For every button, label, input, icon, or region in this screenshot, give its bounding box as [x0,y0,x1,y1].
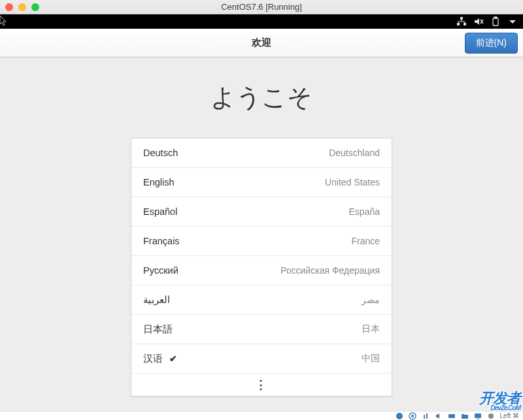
svg-rect-0 [460,17,463,20]
language-row[interactable]: DeutschDeutschland [131,138,392,168]
close-window-button[interactable] [5,3,13,11]
svg-rect-3 [493,18,498,25]
volume-muted-icon[interactable] [473,16,484,27]
svg-rect-10 [477,419,479,419]
vm-guest-topbar [0,14,523,29]
language-name: 日本語 [143,323,173,336]
shared-folder-icon[interactable] [461,412,469,420]
language-region: 中国 [362,353,380,364]
language-name: English [143,177,175,187]
recording-icon[interactable] [487,412,495,420]
language-row[interactable]: EnglishUnited States [131,168,392,197]
svg-rect-8 [448,414,455,418]
initial-setup-content: ようこそ DeutschDeutschlandEnglishUnited Sta… [0,57,523,410]
language-region: España [349,206,380,217]
language-region: France [351,236,380,246]
vm-status-bar: Left ⌘ [0,411,523,420]
display-icon[interactable] [474,412,482,420]
language-region: 日本 [362,323,380,335]
language-name: Français [143,236,180,246]
language-region: Российская Федерация [280,265,380,276]
chevron-down-icon[interactable] [507,16,518,27]
language-list: DeutschDeutschlandEnglishUnited StatesEs… [131,138,392,396]
svg-point-5 [396,413,403,419]
svg-rect-2 [464,23,466,25]
welcome-heading: ようこそ [211,81,312,114]
language-row[interactable]: FrançaisFrance [131,227,392,256]
language-name: العربية [143,295,170,305]
language-row[interactable]: РусскийРоссийская Федерация [131,256,392,285]
svg-point-7 [411,415,413,417]
window-controls [5,3,39,11]
check-icon: ✔ [169,353,177,364]
svg-point-6 [409,413,416,419]
minimize-window-button[interactable] [18,3,26,11]
language-name: Español [143,206,177,217]
language-row[interactable]: 汉语✔中国 [131,344,392,374]
hard-disk-icon[interactable] [396,412,403,420]
svg-rect-9 [475,413,481,418]
language-name: Русский [143,265,178,276]
battery-icon[interactable] [490,16,501,27]
host-key-label: Left ⌘ [500,412,519,419]
header-title: 欢迎 [0,37,523,49]
language-name: 汉语 [143,353,163,365]
language-name: Deutsch [143,148,178,158]
language-region: مصر [362,295,380,305]
language-region: Deutschland [329,148,380,158]
more-languages-button[interactable]: ⋮ [131,374,392,396]
svg-rect-1 [457,23,460,25]
language-region: United States [325,177,380,187]
svg-point-11 [488,413,494,419]
audio-icon[interactable] [435,412,443,420]
optical-disk-icon[interactable] [409,412,416,420]
language-row[interactable]: العربيةمصر [131,285,392,315]
language-row[interactable]: 日本語日本 [131,315,392,344]
network-adapter-icon[interactable] [448,412,456,420]
window-title: CentOS7.6 [Running] [0,2,523,12]
language-row[interactable]: EspañolEspaña [131,197,392,227]
usb-icon[interactable] [422,412,430,420]
zoom-window-button[interactable] [31,3,39,11]
mac-titlebar: CentOS7.6 [Running] [0,0,523,14]
gnome-header: 欢迎 前进(N) [0,29,523,57]
svg-rect-4 [494,17,497,18]
network-icon[interactable] [456,16,467,27]
